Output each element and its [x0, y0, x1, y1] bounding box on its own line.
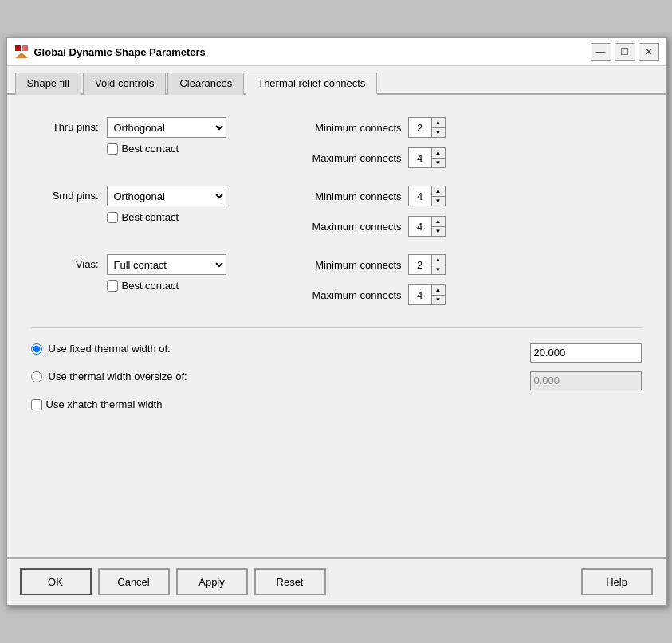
tab-thermal-relief[interactable]: Thermal relief connects — [246, 73, 377, 95]
smd-pins-max-label: Maximum connects — [274, 221, 402, 233]
window-title: Global Dynamic Shape Parameters — [34, 46, 206, 58]
main-window: Global Dynamic Shape Parameters — ☐ ✕ Sh… — [6, 37, 667, 606]
vias-min-spinner: ▲ ▼ — [408, 254, 446, 275]
thru-pins-min-value[interactable] — [409, 118, 431, 137]
thru-pins-max-value[interactable] — [409, 148, 431, 167]
smd-pins-controls: Orthogonal Full contact None Best contac… — [107, 186, 226, 223]
vias-max-spinner: ▲ ▼ — [408, 284, 446, 305]
content-area: Thru pins: Orthogonal Full contact None … — [7, 95, 666, 557]
thru-pins-min-down[interactable]: ▼ — [432, 127, 445, 137]
thru-pins-min-spinner: ▲ ▼ — [408, 117, 446, 138]
vias-max-label: Maximum connects — [274, 289, 402, 301]
smd-pins-min-label: Minimum connects — [274, 190, 402, 202]
vias-min-up[interactable]: ▲ — [432, 255, 445, 265]
vias-best-contact-label: Best contact — [122, 280, 179, 292]
vias-dropdown[interactable]: Full contact Orthogonal None — [107, 254, 226, 275]
smd-pins-min-value[interactable] — [409, 186, 431, 206]
vias-controls: Full contact Orthogonal None Best contac… — [107, 254, 226, 292]
fixed-thermal-radio[interactable] — [31, 343, 42, 355]
vias-max-value[interactable] — [409, 285, 431, 304]
smd-pins-label: Smd pins: — [31, 186, 99, 202]
title-bar: Global Dynamic Shape Parameters — ☐ ✕ — [7, 38, 666, 66]
vias-best-contact-checkbox[interactable] — [107, 280, 118, 292]
thru-pins-max-up[interactable]: ▲ — [432, 148, 445, 158]
thermal-section: Use fixed thermal width of: Use thermal … — [31, 327, 642, 410]
minimize-button[interactable]: — — [591, 43, 611, 61]
xhatch-label: Use xhatch thermal width — [46, 398, 163, 410]
svg-rect-0 — [15, 45, 21, 51]
smd-pins-max-value[interactable] — [409, 217, 431, 236]
thru-pins-max-down[interactable]: ▼ — [432, 158, 445, 167]
vias-min-down[interactable]: ▼ — [432, 265, 445, 274]
smd-pins-max-down[interactable]: ▼ — [432, 226, 445, 236]
vias-min-value[interactable] — [409, 255, 431, 274]
thru-pins-dropdown[interactable]: Orthogonal Full contact None — [107, 117, 226, 138]
vias-max-down[interactable]: ▼ — [432, 295, 445, 304]
thru-pins-best-contact-label: Best contact — [122, 143, 179, 155]
vias-label: Vias: — [31, 254, 99, 270]
ok-button[interactable]: OK — [20, 568, 92, 595]
oversize-thermal-label: Use thermal width oversize of: — [49, 371, 187, 382]
footer: OK Cancel Apply Reset Help — [7, 557, 666, 605]
smd-pins-best-contact-checkbox[interactable] — [107, 212, 118, 223]
reset-button[interactable]: Reset — [254, 568, 326, 595]
fixed-thermal-label: Use fixed thermal width of: — [49, 343, 171, 355]
thru-pins-min-label: Minimum connects — [274, 122, 402, 134]
oversize-thermal-radio[interactable] — [31, 371, 42, 382]
app-icon — [14, 44, 29, 60]
svg-rect-1 — [22, 45, 28, 51]
thru-pins-max-label: Maximum connects — [274, 152, 402, 164]
thru-pins-min-up[interactable]: ▲ — [432, 118, 445, 127]
thru-pins-max-spinner: ▲ ▼ — [408, 147, 446, 168]
smd-pins-min-spinner: ▲ ▼ — [408, 186, 446, 206]
tab-clearances[interactable]: Clearances — [167, 73, 244, 95]
tab-shape-fill[interactable]: Shape fill — [15, 73, 81, 95]
tab-bar: Shape fill Void controls Clearances Ther… — [7, 66, 666, 95]
smd-pins-min-up[interactable]: ▲ — [432, 186, 445, 196]
close-button[interactable]: ✕ — [639, 43, 659, 61]
thru-pins-label: Thru pins: — [31, 117, 99, 133]
help-button[interactable]: Help — [581, 568, 653, 595]
vias-min-label: Minimum connects — [274, 259, 402, 271]
vias-max-up[interactable]: ▲ — [432, 285, 445, 295]
maximize-button[interactable]: ☐ — [615, 43, 635, 61]
apply-button[interactable]: Apply — [176, 568, 248, 595]
smd-pins-max-up[interactable]: ▲ — [432, 217, 445, 226]
thru-pins-controls: Orthogonal Full contact None Best contac… — [107, 117, 226, 155]
xhatch-checkbox[interactable] — [31, 399, 42, 410]
smd-pins-min-down[interactable]: ▼ — [432, 196, 445, 206]
tab-void-controls[interactable]: Void controls — [83, 73, 166, 95]
thru-pins-best-contact-checkbox[interactable] — [107, 143, 118, 155]
cancel-button[interactable]: Cancel — [98, 568, 170, 595]
window-controls: — ☐ ✕ — [591, 43, 659, 61]
smd-pins-max-spinner: ▲ ▼ — [408, 216, 446, 237]
smd-pins-best-contact-label: Best contact — [122, 211, 179, 223]
smd-pins-dropdown[interactable]: Orthogonal Full contact None — [107, 186, 226, 206]
oversize-thermal-input[interactable] — [530, 371, 642, 390]
fixed-thermal-input[interactable] — [530, 343, 642, 363]
title-bar-left: Global Dynamic Shape Parameters — [14, 44, 206, 60]
svg-marker-2 — [15, 53, 28, 58]
